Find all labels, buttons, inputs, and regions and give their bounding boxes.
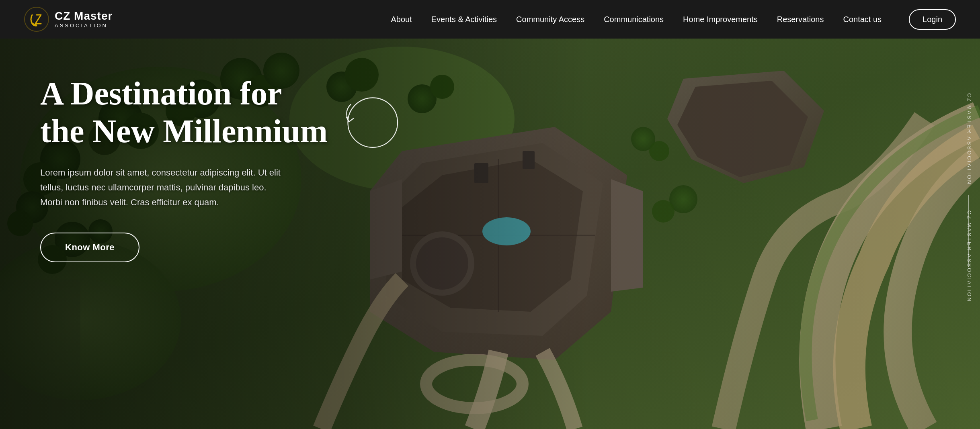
hero-content: A Destination for the New Millennium Lor…: [40, 75, 328, 262]
hero-description: Lorem ipsum dolor sit amet, consectetur …: [40, 165, 289, 210]
nav-links: About Events & Activities Community Acce…: [391, 9, 956, 30]
nav-communications[interactable]: Communications: [604, 15, 664, 24]
nav-about[interactable]: About: [391, 15, 412, 24]
nav-community[interactable]: Community Access: [516, 15, 584, 24]
nav-contact[interactable]: Contact us: [843, 15, 882, 24]
navbar: CZ Master ASSOCIATION About Events & Act…: [0, 0, 980, 39]
annotation-circle: [322, 79, 402, 161]
nav-home-improvements[interactable]: Home Improvements: [683, 15, 758, 24]
logo[interactable]: CZ Master ASSOCIATION: [24, 7, 113, 32]
svg-point-51: [348, 98, 398, 147]
hero-title: A Destination for the New Millennium: [40, 75, 328, 151]
side-text-1: CZ MASTER ASSOCIATION: [966, 93, 972, 185]
vertical-divider: [968, 195, 969, 267]
nav-reservations[interactable]: Reservations: [777, 15, 824, 24]
logo-subtitle: ASSOCIATION: [55, 22, 113, 29]
know-more-button[interactable]: Know More: [40, 233, 139, 262]
hero-section: A Destination for the New Millennium Lor…: [0, 39, 980, 429]
svg-point-0: [25, 7, 49, 31]
nav-events[interactable]: Events & Activities: [431, 15, 497, 24]
logo-icon: [24, 7, 49, 32]
logo-title: CZ Master: [55, 10, 113, 22]
annotation-svg: [322, 79, 402, 159]
logo-text: CZ Master ASSOCIATION: [55, 10, 113, 29]
side-text-2: CZ MASTER ASSOCIATION: [966, 210, 972, 302]
login-button[interactable]: Login: [909, 9, 956, 30]
side-texts: CZ MASTER ASSOCIATION CZ MASTER ASSOCIAT…: [948, 39, 980, 429]
